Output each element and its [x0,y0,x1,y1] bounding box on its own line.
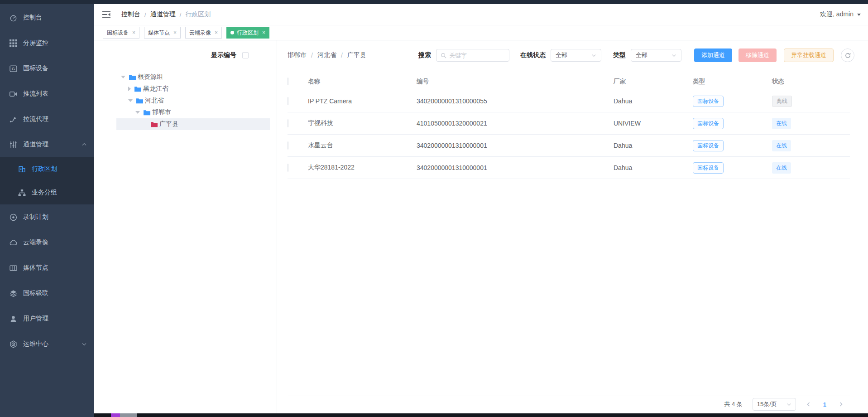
sidebar-item-gb-device[interactable]: G 国标设备 [0,56,94,81]
cell-vendor: UNIVIEW [614,120,693,127]
tree-node-guangping-selected[interactable]: 广平县 [116,118,270,130]
folder-icon [150,121,158,128]
remove-channel-button[interactable]: 移除通道 [739,48,777,62]
region-crumb-province[interactable]: 河北省 [317,51,336,59]
type-label: 类型 [613,51,626,59]
window-top-strip [0,0,868,4]
sidebar-item-admin-division[interactable]: 行政区划 [0,157,94,181]
navbar: 控制台 / 通道管理 / 行政区划 欢迎, admin [94,4,868,25]
online-status-select[interactable]: 全部 [551,49,601,62]
table-row: IP PTZ Camera 34020000001310000055 Dahua… [288,90,850,112]
refresh-icon [844,52,851,59]
resource-tree: 根资源组 黑龙江省 河北省 [116,71,270,130]
tree-node-hebei[interactable]: 河北省 [116,95,270,107]
show-number-label: 显示编号 [211,51,236,59]
bottom-strip-accent-gray [120,413,137,417]
cell-name: 宇视科技 [308,119,417,127]
admin-division-icon [18,165,26,173]
sidebar-item-cloud-record[interactable]: 云端录像 [0,230,94,255]
sidebar-item-channel-manage[interactable]: 通道管理 [0,132,94,157]
sidebar-item-gb-cascade[interactable]: 国标级联 [0,281,94,306]
sidebar-item-user-manage[interactable]: 用户管理 [0,306,94,331]
close-icon[interactable]: × [215,29,218,36]
sidebar-item-pull-proxy[interactable]: 拉流代理 [0,107,94,132]
user-caret-icon [857,14,861,16]
collapse-sidebar-icon[interactable] [102,11,110,18]
row-checkbox[interactable] [288,97,288,105]
cell-code: 34020000001310000001 [417,142,614,149]
sidebar-item-label: 行政区划 [32,165,57,173]
svg-text:G: G [11,66,14,71]
prev-page-icon[interactable] [806,402,811,407]
close-icon[interactable]: × [132,29,135,36]
sidebar-item-ops-center[interactable]: 运维中心 [0,331,94,357]
push-stream-icon [9,90,17,98]
breadcrumb-item-console[interactable]: 控制台 [121,10,140,19]
breadcrumb-item-current: 行政区划 [185,10,211,19]
type-select[interactable]: 全部 [631,49,681,62]
pull-proxy-icon [9,115,17,123]
add-channel-button[interactable]: 添加通道 [694,48,732,62]
search-input[interactable] [449,52,505,59]
page-size-select[interactable]: 15条/页 [753,398,796,411]
gb-cascade-icon [9,289,17,297]
row-checkbox[interactable] [288,141,288,150]
abnormal-mount-channel-button[interactable]: 异常挂载通道 [784,48,834,62]
close-icon[interactable]: × [262,29,265,36]
online-status-value: 全部 [556,51,567,59]
sidebar-item-split-screen[interactable]: 分屏监控 [0,30,94,56]
sidebar-item-label: 国标设备 [23,64,48,73]
user-menu[interactable]: 欢迎, admin [820,10,861,19]
tree-node-handan[interactable]: 邯郸市 [116,107,270,118]
show-number-checkbox[interactable] [242,52,249,58]
cell-name: 水星云台 [308,141,417,150]
region-crumb-county[interactable]: 广平县 [347,51,366,59]
tree-node-root[interactable]: 根资源组 [116,71,270,83]
bottom-strip-accent [111,413,120,417]
caret-down-icon[interactable] [128,99,133,102]
breadcrumb-item-channel-manage[interactable]: 通道管理 [150,10,176,19]
caret-right-icon[interactable] [128,87,131,91]
select-all-checkbox[interactable] [288,78,288,85]
row-checkbox[interactable] [288,119,288,127]
online-status-label: 在线状态 [520,51,546,59]
search-icon [441,53,446,58]
refresh-button[interactable] [841,48,854,62]
close-icon[interactable]: × [173,29,177,36]
tab-gb-device[interactable]: 国标设备 × [103,27,139,39]
sidebar-item-label: 国标级联 [23,289,48,297]
channel-table-panel: 邯郸市 / 河北省 / 广平县 搜索 在线状态 [277,40,868,417]
sidebar-item-push-stream[interactable]: 推流列表 [0,81,94,107]
tree-node-heilongjiang[interactable]: 黑龙江省 [116,83,270,95]
header-code: 编号 [417,78,614,86]
sidebar-item-dashboard[interactable]: 控制台 [0,5,94,30]
tab-media-node[interactable]: 媒体节点 × [144,27,181,39]
cloud-record-icon [9,238,17,247]
row-checkbox[interactable] [288,164,288,172]
caret-down-icon[interactable] [135,111,140,114]
status-badge-online: 在线 [772,118,791,129]
split-screen-icon [9,39,17,47]
sidebar-item-media-node[interactable]: 媒体节点 [0,255,94,281]
tab-cloud-record[interactable]: 云端录像 × [185,27,222,39]
folder-icon [143,109,151,116]
caret-down-icon[interactable] [121,76,125,78]
tree-node-label: 广平县 [159,120,178,128]
welcome-text: 欢迎, admin [820,10,854,19]
next-page-icon[interactable] [838,402,844,407]
tab-admin-division-active[interactable]: 行政区划 × [226,27,269,39]
sidebar-item-label: 媒体节点 [23,264,48,272]
sidebar-item-label: 用户管理 [23,315,48,323]
region-crumb-city[interactable]: 邯郸市 [288,51,307,59]
channel-table: 名称 编号 厂家 类型 状态 IP PTZ Camera 34020000001… [288,73,850,179]
tree-node-label: 黑龙江省 [143,85,168,93]
sidebar-item-record-plan[interactable]: 录制计划 [0,204,94,230]
breadcrumb-separator: / [180,11,182,18]
table-row: 大华28181-2022 34020000001310000001 Dahua … [288,157,850,179]
cell-vendor: Dahua [614,142,693,149]
tags-view-bar: 国标设备 × 媒体节点 × 云端录像 × 行政区划 × [94,25,868,40]
page-number-current[interactable]: 1 [823,401,826,408]
sidebar-item-business-group[interactable]: 业务分组 [0,181,94,204]
tree-node-label: 根资源组 [138,73,163,81]
sidebar-item-label: 拉流代理 [23,115,48,123]
